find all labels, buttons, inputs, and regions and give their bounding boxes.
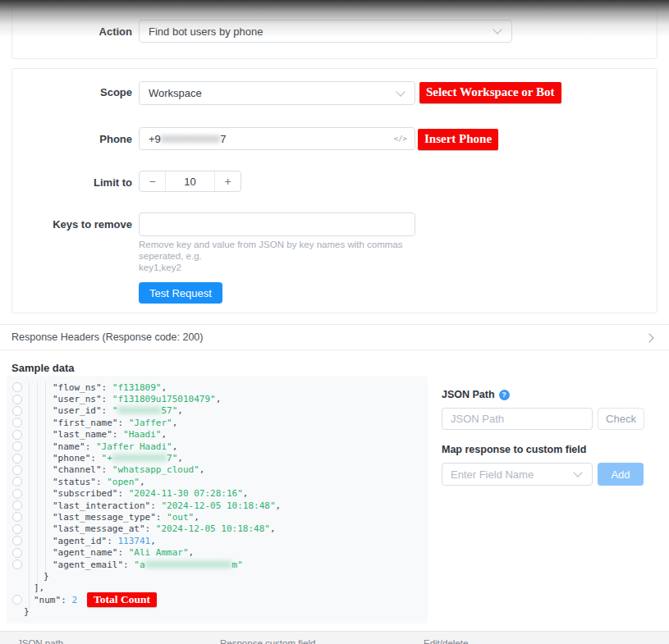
json-code-line: "name": "Jaffer Haadi", — [7, 441, 428, 452]
json-code-line: "user_ns": "f131809u175010479", — [7, 393, 428, 404]
mapping-table-header-cutoff: JSON pathResponse custom fieldEdit/delet… — [0, 631, 669, 644]
limit-value[interactable]: 10 — [165, 171, 215, 191]
line-select-radio[interactable] — [12, 454, 22, 464]
sample-data-json-viewer: "flow_ns": "f131809","user_ns": "f131809… — [7, 376, 428, 623]
sample-data-title: Sample data — [11, 362, 75, 374]
json-path-input[interactable]: JSON Path — [442, 408, 593, 430]
json-code-line: "last_message_at": "2024-12-05 10:18:48"… — [7, 523, 428, 535]
field-name-select[interactable]: Enter Field Name — [442, 463, 593, 486]
line-select-radio[interactable] — [12, 548, 22, 558]
phone-value-prefix: +9 — [149, 133, 161, 145]
insert-variable-icon[interactable]: </> — [394, 135, 407, 143]
action-card: Action Find bot users by phone — [11, 5, 658, 59]
test-request-button[interactable]: Test Request — [139, 282, 222, 304]
line-select-radio[interactable] — [12, 477, 22, 486]
limit-label: Limit to — [12, 176, 132, 189]
json-code-line: "phone": "+00000000007", — [7, 452, 428, 464]
json-code-line: "last_name": "Haadi", — [7, 429, 428, 441]
json-path-placeholder: JSON Path — [451, 413, 504, 425]
keys-to-remove-input[interactable] — [139, 212, 415, 236]
json-code-line: "channel": "whatsapp_cloud", — [7, 464, 428, 476]
help-icon[interactable]: ? — [499, 390, 510, 400]
json-code-line: "last_interaction": "2024-12-05 10:18:48… — [7, 500, 428, 511]
json-code-line: "agent_email": "a0000000000000000m" — [7, 559, 428, 570]
json-code-line: "agent_id": 113741, — [7, 535, 428, 546]
field-name-placeholder: Enter Field Name — [451, 468, 534, 481]
action-label: Action — [12, 25, 132, 38]
line-select-radio[interactable] — [12, 465, 22, 475]
footer-column-label: Response custom field — [220, 638, 315, 644]
line-select-radio[interactable] — [12, 536, 22, 546]
line-select-radio[interactable] — [12, 395, 22, 404]
line-select-radio[interactable] — [12, 524, 22, 534]
json-code-line: "last_message_type": "out", — [7, 511, 428, 523]
line-select-radio[interactable] — [12, 489, 22, 499]
line-select-radio[interactable] — [12, 560, 22, 569]
response-headers-label: Response Headers (Response code: 200) — [11, 331, 203, 343]
add-button[interactable]: Add — [598, 463, 644, 486]
line-select-radio[interactable] — [12, 441, 22, 451]
line-select-radio[interactable] — [12, 500, 22, 510]
json-code-lines: "flow_ns": "f131809","user_ns": "f131809… — [7, 381, 428, 618]
json-code-line: ], — [7, 582, 428, 594]
json-code-line: } — [7, 605, 428, 617]
phone-value-suffix: 7 — [220, 133, 226, 145]
line-select-radio[interactable] — [12, 595, 22, 605]
chevron-down-icon — [573, 468, 582, 477]
line-select-radio[interactable] — [12, 512, 22, 522]
chevron-down-icon — [493, 25, 502, 34]
footer-column-label: Edit/delete — [424, 638, 468, 644]
json-path-panel: JSON Path ? JSON Path Check Map response… — [442, 389, 669, 486]
map-response-label: Map response to custom field — [442, 444, 669, 455]
request-form-card: Scope Workspace Select Workspace or Bot … — [11, 68, 658, 313]
scope-select[interactable]: Workspace — [139, 81, 415, 105]
phone-annotation: Insert Phone — [418, 129, 498, 150]
keys-to-remove-label: Keys to remove — [12, 218, 132, 231]
json-code-line: "num": 2Total Count — [7, 594, 428, 605]
line-select-radio[interactable] — [12, 430, 22, 440]
json-path-label-row: JSON Path ? — [442, 389, 669, 400]
action-select-value: Find bot users by phone — [149, 25, 263, 38]
json-code-line: "first_name": "Jaffer", — [7, 417, 428, 428]
line-select-radio[interactable] — [12, 406, 22, 416]
external-request-config-screen: Action Find bot users by phone Scope Wor… — [0, 0, 669, 644]
json-code-line: "subscribed": "2024-11-30 07:28:16", — [7, 488, 428, 500]
phone-value-redacted: 0000000000 — [161, 133, 220, 145]
line-select-radio[interactable] — [12, 418, 22, 427]
phone-label: Phone — [12, 133, 132, 145]
phone-input[interactable]: +900000000007 </> — [139, 127, 415, 150]
json-code-line: "agent_name": "Ali Ammar", — [7, 546, 428, 558]
check-button[interactable]: Check — [598, 408, 644, 430]
limit-stepper: − 10 + — [139, 171, 241, 192]
decrement-button[interactable]: − — [140, 171, 165, 191]
json-code-line: "status": "open", — [7, 476, 428, 487]
json-code-line: } — [7, 570, 428, 582]
json-code-line: "flow_ns": "f131809", — [7, 381, 428, 393]
chevron-down-icon — [396, 87, 405, 96]
json-code-line: "user_id": "0000000057", — [7, 405, 428, 417]
action-select[interactable]: Find bot users by phone — [139, 20, 512, 43]
scope-select-value: Workspace — [149, 87, 202, 99]
chevron-right-icon — [644, 333, 653, 342]
increment-button[interactable]: + — [215, 171, 241, 191]
response-headers-toggle[interactable]: Response Headers (Response code: 200) — [0, 324, 669, 350]
scope-label: Scope — [12, 86, 132, 98]
json-path-label: JSON Path — [442, 389, 495, 400]
scope-annotation: Select Workspace or Bot — [419, 82, 561, 103]
footer-column-label: JSON path — [17, 638, 63, 644]
keys-helper-text: Remove key and value from JSON by key na… — [139, 239, 442, 273]
line-select-radio[interactable] — [12, 382, 22, 392]
